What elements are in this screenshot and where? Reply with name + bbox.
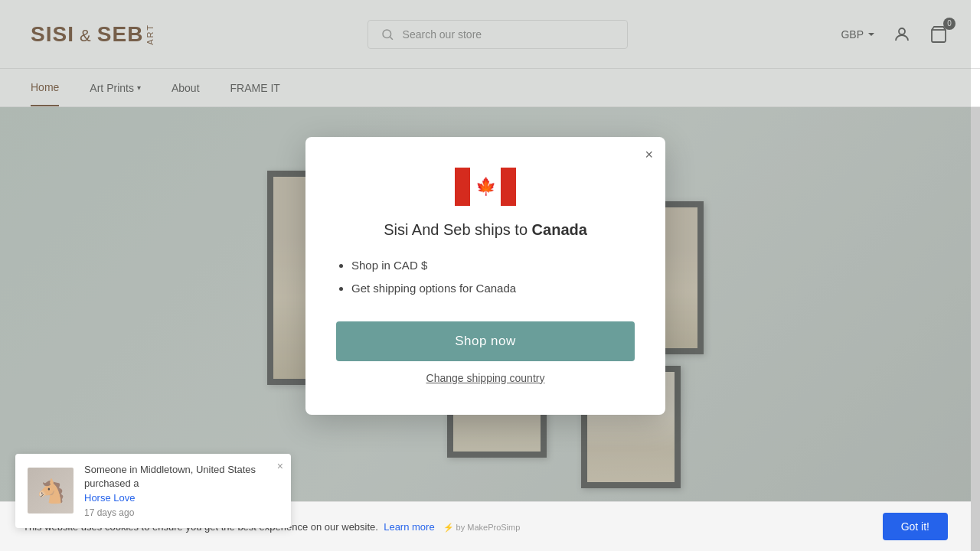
modal-title: Sisi And Seb ships to Canada <box>336 221 635 239</box>
toast-time: 17 days ago <box>84 507 134 518</box>
horse-icon: 🐴 <box>37 478 65 504</box>
cookie-learn-more-link[interactable]: Learn more <box>384 521 434 533</box>
shop-now-button[interactable]: Shop now <box>336 321 635 361</box>
flag-red-left <box>455 168 470 206</box>
shipping-modal: × 🍁 Sisi And Seb ships to Canada Shop in… <box>305 137 665 415</box>
maple-leaf-icon: 🍁 <box>475 178 496 195</box>
modal-bullets: Shop in CAD $ Get shipping options for C… <box>336 254 635 300</box>
toast-product-image: 🐴 <box>28 468 74 514</box>
toast-message: Someone in Middletown, United States pur… <box>84 463 279 491</box>
cookie-accept-button[interactable]: Got it! <box>883 513 948 540</box>
toast-product-link[interactable]: Horse Love <box>84 492 279 504</box>
flag-red-right <box>501 168 516 206</box>
canada-flag: 🍁 <box>455 168 516 206</box>
modal-bullet-1: Shop in CAD $ <box>351 254 635 277</box>
modal-close-button[interactable]: × <box>645 148 653 161</box>
change-shipping-country-link[interactable]: Change shipping country <box>336 372 635 384</box>
modal-bullet-2: Get shipping options for Canada <box>351 277 635 300</box>
makeprosimp-link[interactable]: by MakeProSimp <box>456 523 521 532</box>
flag-white: 🍁 <box>470 168 501 206</box>
country-flag-container: 🍁 <box>336 168 635 206</box>
toast-close-button[interactable]: × <box>277 460 283 472</box>
toast-notification: 🐴 Someone in Middletown, United States p… <box>15 454 291 528</box>
toast-content: Someone in Middletown, United States pur… <box>84 463 279 519</box>
